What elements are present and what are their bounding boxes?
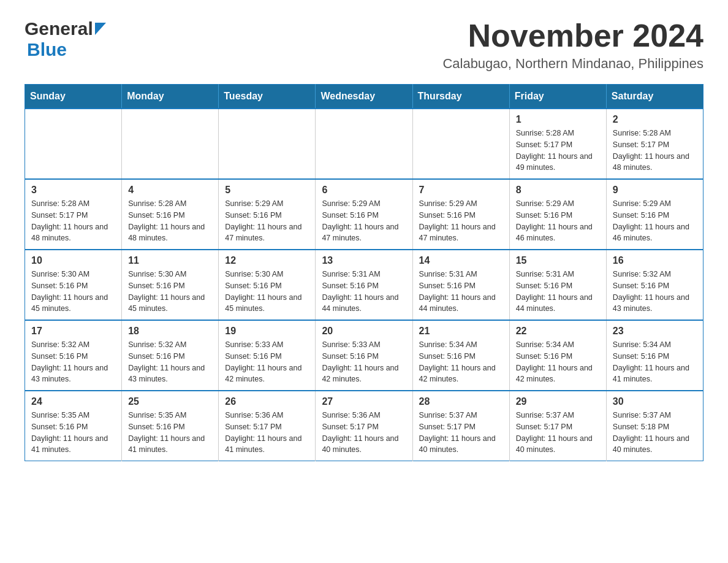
calendar-header-monday: Monday xyxy=(122,85,219,109)
calendar-cell-2-3: 5Sunrise: 5:29 AMSunset: 5:16 PMDaylight… xyxy=(219,179,316,250)
day-detail: Sunrise: 5:28 AMSunset: 5:17 PMDaylight:… xyxy=(613,128,697,174)
day-number: 17 xyxy=(31,326,115,337)
day-detail: Sunrise: 5:33 AMSunset: 5:16 PMDaylight:… xyxy=(322,339,406,385)
day-detail: Sunrise: 5:37 AMSunset: 5:18 PMDaylight:… xyxy=(613,410,697,456)
day-number: 21 xyxy=(419,326,503,337)
calendar-cell-1-6: 1Sunrise: 5:28 AMSunset: 5:17 PMDaylight… xyxy=(509,109,606,179)
logo-blue-text: Blue xyxy=(27,39,67,60)
calendar-cell-5-6: 29Sunrise: 5:37 AMSunset: 5:17 PMDayligh… xyxy=(509,391,606,461)
day-number: 29 xyxy=(516,396,600,407)
day-detail: Sunrise: 5:30 AMSunset: 5:16 PMDaylight:… xyxy=(225,269,309,315)
calendar-cell-1-1 xyxy=(25,109,122,179)
calendar-cell-5-3: 26Sunrise: 5:36 AMSunset: 5:17 PMDayligh… xyxy=(219,391,316,461)
logo-flag-icon xyxy=(95,23,106,35)
day-detail: Sunrise: 5:36 AMSunset: 5:17 PMDaylight:… xyxy=(322,410,406,456)
day-number: 25 xyxy=(128,396,212,407)
day-detail: Sunrise: 5:32 AMSunset: 5:16 PMDaylight:… xyxy=(613,269,697,315)
day-number: 28 xyxy=(419,396,503,407)
day-number: 4 xyxy=(128,185,212,196)
calendar-week-3: 10Sunrise: 5:30 AMSunset: 5:16 PMDayligh… xyxy=(25,250,703,320)
calendar-cell-5-2: 25Sunrise: 5:35 AMSunset: 5:16 PMDayligh… xyxy=(122,391,219,461)
day-number: 6 xyxy=(322,185,406,196)
calendar-header-saturday: Saturday xyxy=(606,85,703,109)
day-number: 13 xyxy=(322,255,406,266)
day-detail: Sunrise: 5:29 AMSunset: 5:16 PMDaylight:… xyxy=(516,198,600,244)
title-area: November 2024 Calabugao, Northern Mindan… xyxy=(442,18,703,72)
calendar-week-1: 1Sunrise: 5:28 AMSunset: 5:17 PMDaylight… xyxy=(25,109,703,179)
day-number: 12 xyxy=(225,255,309,266)
day-number: 16 xyxy=(613,255,697,266)
calendar-cell-4-5: 21Sunrise: 5:34 AMSunset: 5:16 PMDayligh… xyxy=(412,320,509,391)
calendar-cell-3-1: 10Sunrise: 5:30 AMSunset: 5:16 PMDayligh… xyxy=(25,250,122,320)
calendar-header-sunday: Sunday xyxy=(25,85,122,109)
day-number: 23 xyxy=(613,326,697,337)
calendar-table: SundayMondayTuesdayWednesdayThursdayFrid… xyxy=(25,84,703,461)
day-detail: Sunrise: 5:30 AMSunset: 5:16 PMDaylight:… xyxy=(128,269,212,315)
day-number: 15 xyxy=(516,255,600,266)
day-detail: Sunrise: 5:37 AMSunset: 5:17 PMDaylight:… xyxy=(419,410,503,456)
header: General Blue November 2024 Calabugao, No… xyxy=(25,18,703,72)
day-number: 22 xyxy=(516,326,600,337)
day-detail: Sunrise: 5:35 AMSunset: 5:16 PMDaylight:… xyxy=(128,410,212,456)
calendar-cell-4-4: 20Sunrise: 5:33 AMSunset: 5:16 PMDayligh… xyxy=(316,320,412,391)
day-detail: Sunrise: 5:30 AMSunset: 5:16 PMDaylight:… xyxy=(31,269,115,315)
day-detail: Sunrise: 5:31 AMSunset: 5:16 PMDaylight:… xyxy=(516,269,600,315)
day-number: 14 xyxy=(419,255,503,266)
calendar-cell-2-5: 7Sunrise: 5:29 AMSunset: 5:16 PMDaylight… xyxy=(412,179,509,250)
day-detail: Sunrise: 5:33 AMSunset: 5:16 PMDaylight:… xyxy=(225,339,309,385)
calendar-cell-5-4: 27Sunrise: 5:36 AMSunset: 5:17 PMDayligh… xyxy=(316,391,412,461)
calendar-cell-4-2: 18Sunrise: 5:32 AMSunset: 5:16 PMDayligh… xyxy=(122,320,219,391)
day-number: 3 xyxy=(31,185,115,196)
day-number: 19 xyxy=(225,326,309,337)
calendar-cell-1-7: 2Sunrise: 5:28 AMSunset: 5:17 PMDaylight… xyxy=(606,109,703,179)
day-detail: Sunrise: 5:29 AMSunset: 5:16 PMDaylight:… xyxy=(322,198,406,244)
calendar-cell-5-5: 28Sunrise: 5:37 AMSunset: 5:17 PMDayligh… xyxy=(412,391,509,461)
calendar-header-wednesday: Wednesday xyxy=(316,85,412,109)
day-detail: Sunrise: 5:28 AMSunset: 5:17 PMDaylight:… xyxy=(31,198,115,244)
day-detail: Sunrise: 5:34 AMSunset: 5:16 PMDaylight:… xyxy=(419,339,503,385)
calendar-cell-4-1: 17Sunrise: 5:32 AMSunset: 5:16 PMDayligh… xyxy=(25,320,122,391)
calendar-cell-2-6: 8Sunrise: 5:29 AMSunset: 5:16 PMDaylight… xyxy=(509,179,606,250)
day-number: 20 xyxy=(322,326,406,337)
calendar-cell-4-3: 19Sunrise: 5:33 AMSunset: 5:16 PMDayligh… xyxy=(219,320,316,391)
calendar-cell-4-7: 23Sunrise: 5:34 AMSunset: 5:16 PMDayligh… xyxy=(606,320,703,391)
day-detail: Sunrise: 5:28 AMSunset: 5:16 PMDaylight:… xyxy=(128,198,212,244)
calendar-cell-3-2: 11Sunrise: 5:30 AMSunset: 5:16 PMDayligh… xyxy=(122,250,219,320)
calendar-cell-4-6: 22Sunrise: 5:34 AMSunset: 5:16 PMDayligh… xyxy=(509,320,606,391)
day-detail: Sunrise: 5:31 AMSunset: 5:16 PMDaylight:… xyxy=(322,269,406,315)
day-number: 30 xyxy=(613,396,697,407)
day-number: 8 xyxy=(516,185,600,196)
calendar-cell-3-6: 15Sunrise: 5:31 AMSunset: 5:16 PMDayligh… xyxy=(509,250,606,320)
logo: General Blue xyxy=(25,18,106,60)
calendar-week-5: 24Sunrise: 5:35 AMSunset: 5:16 PMDayligh… xyxy=(25,391,703,461)
calendar-cell-3-4: 13Sunrise: 5:31 AMSunset: 5:16 PMDayligh… xyxy=(316,250,412,320)
calendar-header-friday: Friday xyxy=(509,85,606,109)
day-number: 27 xyxy=(322,396,406,407)
day-detail: Sunrise: 5:36 AMSunset: 5:17 PMDaylight:… xyxy=(225,410,309,456)
day-detail: Sunrise: 5:34 AMSunset: 5:16 PMDaylight:… xyxy=(516,339,600,385)
calendar-week-4: 17Sunrise: 5:32 AMSunset: 5:16 PMDayligh… xyxy=(25,320,703,391)
day-detail: Sunrise: 5:37 AMSunset: 5:17 PMDaylight:… xyxy=(516,410,600,456)
day-detail: Sunrise: 5:34 AMSunset: 5:16 PMDaylight:… xyxy=(613,339,697,385)
day-detail: Sunrise: 5:35 AMSunset: 5:16 PMDaylight:… xyxy=(31,410,115,456)
page-subtitle: Calabugao, Northern Mindanao, Philippine… xyxy=(442,56,703,72)
calendar-cell-3-3: 12Sunrise: 5:30 AMSunset: 5:16 PMDayligh… xyxy=(219,250,316,320)
day-detail: Sunrise: 5:28 AMSunset: 5:17 PMDaylight:… xyxy=(516,128,600,174)
calendar-cell-5-7: 30Sunrise: 5:37 AMSunset: 5:18 PMDayligh… xyxy=(606,391,703,461)
calendar-week-2: 3Sunrise: 5:28 AMSunset: 5:17 PMDaylight… xyxy=(25,179,703,250)
day-number: 26 xyxy=(225,396,309,407)
day-detail: Sunrise: 5:29 AMSunset: 5:16 PMDaylight:… xyxy=(225,198,309,244)
day-number: 2 xyxy=(613,114,697,125)
calendar-cell-1-2 xyxy=(122,109,219,179)
calendar-cell-1-5 xyxy=(412,109,509,179)
day-detail: Sunrise: 5:29 AMSunset: 5:16 PMDaylight:… xyxy=(419,198,503,244)
day-detail: Sunrise: 5:29 AMSunset: 5:16 PMDaylight:… xyxy=(613,198,697,244)
day-number: 5 xyxy=(225,185,309,196)
calendar-header-thursday: Thursday xyxy=(412,85,509,109)
day-detail: Sunrise: 5:31 AMSunset: 5:16 PMDaylight:… xyxy=(419,269,503,315)
svg-marker-0 xyxy=(95,23,106,35)
day-number: 11 xyxy=(128,255,212,266)
calendar-cell-3-7: 16Sunrise: 5:32 AMSunset: 5:16 PMDayligh… xyxy=(606,250,703,320)
day-detail: Sunrise: 5:32 AMSunset: 5:16 PMDaylight:… xyxy=(31,339,115,385)
calendar-cell-5-1: 24Sunrise: 5:35 AMSunset: 5:16 PMDayligh… xyxy=(25,391,122,461)
